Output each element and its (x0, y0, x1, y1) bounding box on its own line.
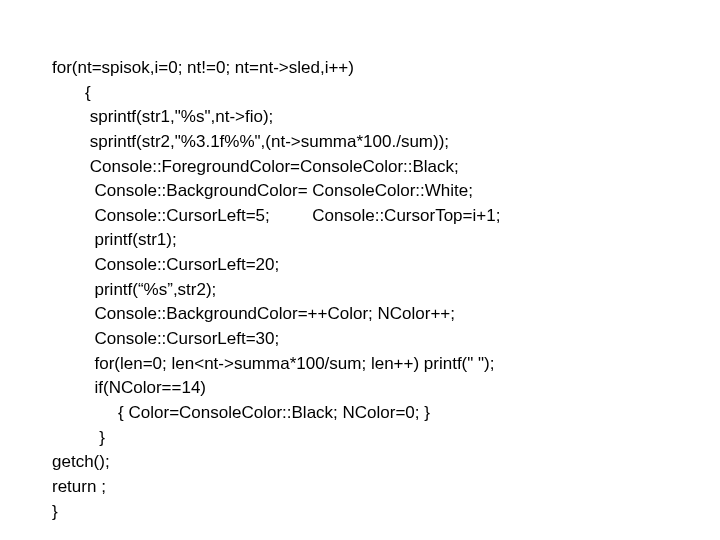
code-line: Console::BackgroundColor=++Color; NColor… (52, 302, 720, 327)
code-line: Console::CursorLeft=5; Console::CursorTo… (52, 204, 720, 229)
code-block: for(nt=spisok,i=0; nt!=0; nt=nt->sled,i+… (0, 0, 720, 524)
code-line: Console::CursorLeft=20; (52, 253, 720, 278)
code-line: return ; (52, 475, 720, 500)
code-line: Console::CursorLeft=30; (52, 327, 720, 352)
code-line: printf(str1); (52, 228, 720, 253)
code-line: getch(); (52, 450, 720, 475)
code-line: { (52, 81, 720, 106)
code-line: Console::ForegroundColor=ConsoleColor::B… (52, 155, 720, 180)
code-line: } (52, 500, 720, 525)
code-line: { Color=ConsoleColor::Black; NColor=0; } (52, 401, 720, 426)
code-line: printf(“%s”,str2); (52, 278, 720, 303)
code-line: } (52, 426, 720, 451)
code-line: for(nt=spisok,i=0; nt!=0; nt=nt->sled,i+… (52, 56, 720, 81)
code-line: sprintf(str1,"%s",nt->fio); (52, 105, 720, 130)
code-line: for(len=0; len<nt->summa*100/sum; len++)… (52, 352, 720, 377)
code-line: Console::BackgroundColor= ConsoleColor::… (52, 179, 720, 204)
code-line: sprintf(str2,"%3.1f%%",(nt->summa*100./s… (52, 130, 720, 155)
code-line: if(NColor==14) (52, 376, 720, 401)
